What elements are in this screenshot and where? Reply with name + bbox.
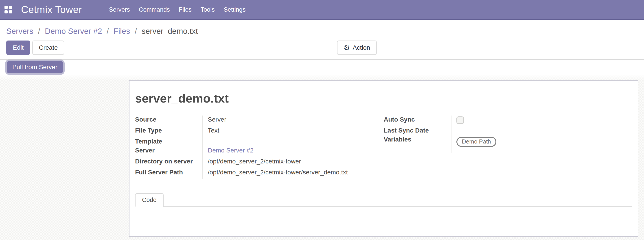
apps-grid-square [4, 6, 8, 9]
field-label-directory: Directory on server [135, 157, 202, 168]
field-label-auto-sync: Auto Sync [384, 116, 451, 126]
apps-grid-square [9, 6, 12, 9]
form-view-background: server_demo.txt Source Server File Type … [0, 75, 644, 240]
notebook: Code [135, 193, 632, 207]
menu-item-settings[interactable]: Settings [224, 6, 246, 13]
breadcrumb-current: server_demo.txt [142, 27, 198, 35]
menu-item-files[interactable]: Files [179, 6, 192, 13]
field-value-last-sync-date [451, 126, 632, 135]
apps-grid-square [9, 10, 12, 13]
field-value-auto-sync [451, 116, 632, 126]
control-panel: Servers / Demo Server #2 / Files / serve… [0, 20, 644, 59]
field-row-server: Server Demo Server #2 [135, 146, 384, 157]
gear-icon: ⚙ [344, 44, 350, 51]
statusbar: Pull from Server [0, 59, 644, 75]
menu-item-servers[interactable]: Servers [109, 6, 130, 13]
field-label-last-sync-date: Last Sync Date [384, 126, 451, 135]
breadcrumb-separator: / [106, 27, 109, 35]
field-column-right: Auto Sync Last Sync Date Variables Demo … [384, 116, 632, 179]
field-row-directory: Directory on server /opt/demo_server_2/c… [135, 157, 384, 168]
field-label-full-path: Full Server Path [135, 168, 202, 179]
field-value-file-type: Text [202, 126, 384, 137]
action-button-label: Action [353, 44, 370, 51]
apps-grid-square [4, 10, 8, 13]
field-value-template [202, 137, 384, 146]
top-shadow [0, 75, 644, 81]
create-button[interactable]: Create [32, 40, 64, 55]
form-sheet: server_demo.txt Source Server File Type … [129, 80, 638, 237]
tab-code[interactable]: Code [135, 193, 164, 207]
brand-title[interactable]: Cetmix Tower [21, 4, 82, 15]
menu-item-commands[interactable]: Commands [139, 6, 170, 13]
breadcrumb-link-demo-server[interactable]: Demo Server #2 [45, 27, 102, 35]
field-value-directory: /opt/demo_server_2/cetmix-tower [202, 157, 384, 168]
field-value-full-path: /opt/demo_server_2/cetmix-tower/server_d… [202, 168, 384, 179]
breadcrumb-link-files[interactable]: Files [114, 27, 130, 35]
pull-from-server-button[interactable]: Pull from Server [7, 61, 63, 73]
field-value-variables: Demo Path [451, 135, 632, 153]
field-row-last-sync-date: Last Sync Date [384, 126, 632, 135]
field-label-variables: Variables [384, 135, 451, 153]
field-row-template: Template [135, 137, 384, 146]
app-window: Cetmix Tower Servers Commands Files Tool… [0, 0, 644, 240]
breadcrumb-separator: / [135, 27, 137, 35]
action-button[interactable]: ⚙ Action [337, 40, 377, 55]
field-column-left: Source Server File Type Text Template Se… [135, 116, 384, 179]
field-row-variables: Variables Demo Path [384, 135, 632, 153]
field-label-source: Source [135, 116, 202, 126]
field-group: Source Server File Type Text Template Se… [135, 116, 632, 179]
breadcrumb-link-servers[interactable]: Servers [6, 27, 34, 35]
top-navbar: Cetmix Tower Servers Commands Files Tool… [0, 0, 644, 20]
field-row-full-path: Full Server Path /opt/demo_server_2/cetm… [135, 168, 384, 179]
field-value-server: Demo Server #2 [202, 146, 384, 157]
edit-button[interactable]: Edit [6, 40, 30, 55]
field-value-source: Server [202, 116, 384, 126]
apps-grid-icon[interactable] [4, 6, 12, 13]
breadcrumb: Servers / Demo Server #2 / Files / serve… [6, 26, 644, 36]
menu-item-tools[interactable]: Tools [200, 6, 215, 13]
control-panel-buttons: Edit Create [6, 40, 644, 55]
field-row-auto-sync: Auto Sync [384, 116, 632, 126]
auto-sync-checkbox[interactable] [456, 117, 464, 124]
record-title: server_demo.txt [135, 91, 632, 105]
field-label-server: Server [135, 146, 202, 157]
notebook-tabs: Code [135, 193, 632, 207]
field-label-template: Template [135, 137, 202, 146]
field-label-file-type: File Type [135, 126, 202, 137]
main-menu: Servers Commands Files Tools Settings [109, 6, 246, 13]
field-row-file-type: File Type Text [135, 126, 384, 137]
server-record-link[interactable]: Demo Server #2 [208, 147, 254, 154]
field-row-source: Source Server [135, 116, 384, 126]
breadcrumb-separator: / [38, 27, 40, 35]
variable-tag-demo-path: Demo Path [456, 137, 496, 147]
